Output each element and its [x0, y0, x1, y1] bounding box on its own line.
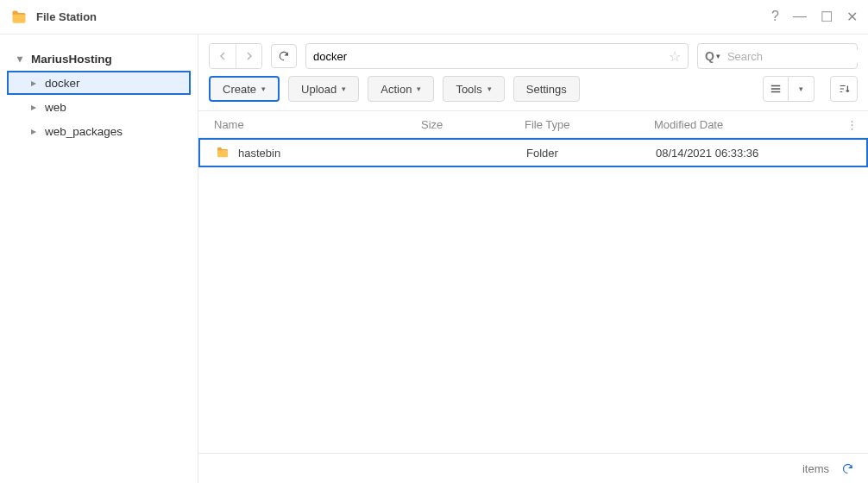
- settings-button[interactable]: Settings: [513, 76, 580, 102]
- upload-button[interactable]: Upload ▾: [288, 76, 359, 102]
- col-filetype[interactable]: File Type: [519, 118, 649, 131]
- app-folder-icon: [10, 9, 28, 26]
- sidebar: ▾ MariusHosting ▸ docker ▸ web ▸ web_pac…: [0, 34, 198, 483]
- tree-root-label: MariusHosting: [31, 53, 112, 66]
- star-icon[interactable]: ☆: [669, 48, 681, 65]
- tools-button[interactable]: Tools ▾: [443, 76, 504, 102]
- grid-header: Name Size File Type Modified Date ⋮: [198, 110, 868, 138]
- view-dropdown-button[interactable]: ▾: [789, 76, 815, 102]
- row-name: hastebin: [238, 147, 280, 160]
- caret-down-icon: ▾: [14, 53, 26, 65]
- row-modified: 08/14/2021 06:33:36: [651, 147, 835, 160]
- file-grid: Name Size File Type Modified Date ⋮ hast…: [198, 110, 868, 454]
- tree-root[interactable]: ▾ MariusHosting: [7, 47, 191, 71]
- list-view-button[interactable]: [763, 76, 789, 102]
- back-button[interactable]: [210, 44, 236, 68]
- sidebar-item-label: web: [45, 101, 66, 114]
- sidebar-item-web-packages[interactable]: ▸ web_packages: [7, 119, 191, 143]
- minimize-icon[interactable]: —: [793, 9, 807, 25]
- footer-refresh-icon[interactable]: [841, 462, 854, 475]
- search-input[interactable]: [727, 50, 868, 63]
- folder-icon: [216, 146, 230, 160]
- col-modified[interactable]: Modified Date: [649, 118, 837, 131]
- maximize-icon[interactable]: ☐: [821, 9, 833, 25]
- caret-down-icon: ▾: [487, 85, 492, 93]
- table-row[interactable]: hastebin Folder 08/14/2021 06:33:36: [198, 138, 868, 167]
- action-button[interactable]: Action ▾: [368, 76, 434, 102]
- sort-button[interactable]: [830, 76, 858, 102]
- items-label: items: [802, 462, 829, 475]
- refresh-button[interactable]: [271, 44, 297, 68]
- caret-down-icon: ▾: [417, 85, 421, 93]
- search-box[interactable]: Q ▾: [697, 43, 858, 69]
- app-title: File Station: [36, 10, 771, 23]
- help-icon[interactable]: ?: [771, 9, 779, 25]
- nav-group: [209, 43, 262, 69]
- sidebar-item-docker[interactable]: ▸ docker: [7, 71, 191, 95]
- sidebar-item-web[interactable]: ▸ web: [7, 95, 191, 119]
- create-button[interactable]: Create ▾: [209, 76, 280, 102]
- sidebar-item-label: docker: [45, 77, 80, 90]
- caret-right-icon: ▸: [28, 125, 40, 137]
- caret-down-icon: ▾: [261, 85, 266, 93]
- path-input[interactable]: ☆: [305, 43, 689, 69]
- caret-down-icon[interactable]: ▾: [716, 52, 720, 60]
- close-icon[interactable]: ✕: [846, 9, 858, 25]
- titlebar: File Station ? — ☐ ✕: [0, 0, 868, 34]
- row-filetype: Folder: [521, 147, 651, 160]
- footer: items: [198, 454, 868, 483]
- col-size[interactable]: Size: [416, 118, 519, 131]
- col-name[interactable]: Name: [209, 118, 416, 131]
- sidebar-item-label: web_packages: [45, 125, 123, 138]
- forward-button[interactable]: [236, 44, 261, 68]
- view-mode-group: ▾: [763, 76, 815, 102]
- column-options-icon[interactable]: ⋮: [837, 118, 858, 131]
- caret-right-icon: ▸: [28, 77, 40, 89]
- search-icon: Q: [705, 49, 714, 63]
- path-field[interactable]: [313, 50, 664, 63]
- caret-down-icon: ▾: [342, 85, 346, 93]
- caret-right-icon: ▸: [28, 101, 40, 113]
